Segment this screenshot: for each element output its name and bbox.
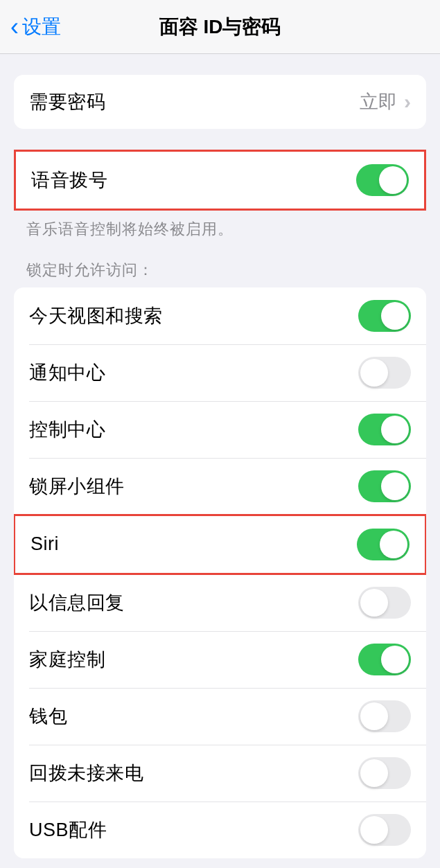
usb-footer: iPhone锁定超过一小时后，需先解锁iPhone才能允许USB配件连接。: [0, 858, 440, 868]
chevron-right-icon: ›: [404, 90, 411, 114]
group-locked-access: 今天视图和搜索 通知中心 控制中心 锁屏小组件 Siri: [14, 287, 426, 858]
toggle-knob: [360, 759, 388, 787]
group-passcode: 需要密码 立即 ›: [14, 75, 426, 129]
toggle-knob: [380, 531, 407, 558]
toggle-knob: [379, 166, 407, 194]
home-control-toggle[interactable]: [358, 644, 411, 675]
row-home-control: 家庭控制: [14, 631, 426, 688]
voice-dial-toggle[interactable]: [356, 164, 409, 196]
require-passcode-value: 立即: [360, 89, 397, 114]
row-require-passcode[interactable]: 需要密码 立即 ›: [14, 75, 426, 129]
return-call-toggle[interactable]: [358, 757, 411, 789]
row-reply-message: 以信息回复: [14, 574, 426, 631]
today-view-toggle[interactable]: [358, 300, 411, 332]
toggle-knob: [360, 702, 388, 730]
page-title: 面容 ID与密码: [159, 14, 281, 40]
back-button[interactable]: ‹ 设置: [10, 14, 61, 40]
row-control-center: 控制中心: [14, 401, 426, 458]
row-notification-center: 通知中心: [14, 344, 426, 401]
nav-bar: ‹ 设置 面容 ID与密码: [0, 0, 440, 54]
siri-toggle[interactable]: [357, 529, 410, 560]
row-today-view: 今天视图和搜索: [14, 287, 426, 344]
notification-center-label: 通知中心: [29, 360, 358, 385]
row-return-call: 回拨未接来电: [14, 745, 426, 801]
today-view-label: 今天视图和搜索: [29, 303, 358, 328]
require-passcode-label: 需要密码: [29, 89, 360, 114]
voice-dial-footer: 音乐语音控制将始终被启用。: [0, 211, 440, 240]
locked-access-header: 锁定时允许访问：: [0, 240, 440, 287]
home-control-label: 家庭控制: [29, 647, 358, 672]
return-call-label: 回拨未接来电: [29, 761, 358, 786]
control-center-label: 控制中心: [29, 417, 358, 442]
row-voice-dial: 语音拨号: [16, 152, 424, 209]
reply-message-label: 以信息回复: [29, 590, 358, 615]
row-usb: USB配件: [14, 801, 426, 858]
control-center-toggle[interactable]: [358, 414, 411, 445]
toggle-knob: [360, 816, 388, 844]
toggle-knob: [360, 589, 388, 617]
back-label: 设置: [22, 14, 61, 40]
usb-toggle[interactable]: [358, 814, 411, 846]
reply-message-toggle[interactable]: [358, 587, 411, 619]
wallet-label: 钱包: [29, 704, 358, 729]
chevron-left-icon: ‹: [10, 15, 19, 39]
row-siri: Siri: [14, 514, 426, 575]
toggle-knob: [381, 472, 409, 500]
group-voice-dial: 语音拨号: [14, 150, 426, 211]
lock-widgets-toggle[interactable]: [358, 470, 411, 502]
usb-label: USB配件: [29, 817, 358, 842]
lock-widgets-label: 锁屏小组件: [29, 474, 358, 499]
toggle-knob: [381, 416, 409, 443]
row-wallet: 钱包: [14, 688, 426, 745]
wallet-toggle[interactable]: [358, 700, 411, 732]
toggle-knob: [360, 359, 388, 387]
notification-center-toggle[interactable]: [358, 357, 411, 389]
toggle-knob: [381, 646, 409, 673]
voice-dial-label: 语音拨号: [31, 168, 356, 193]
row-lock-widgets: 锁屏小组件: [14, 458, 426, 515]
siri-label: Siri: [30, 533, 357, 555]
toggle-knob: [381, 302, 409, 330]
